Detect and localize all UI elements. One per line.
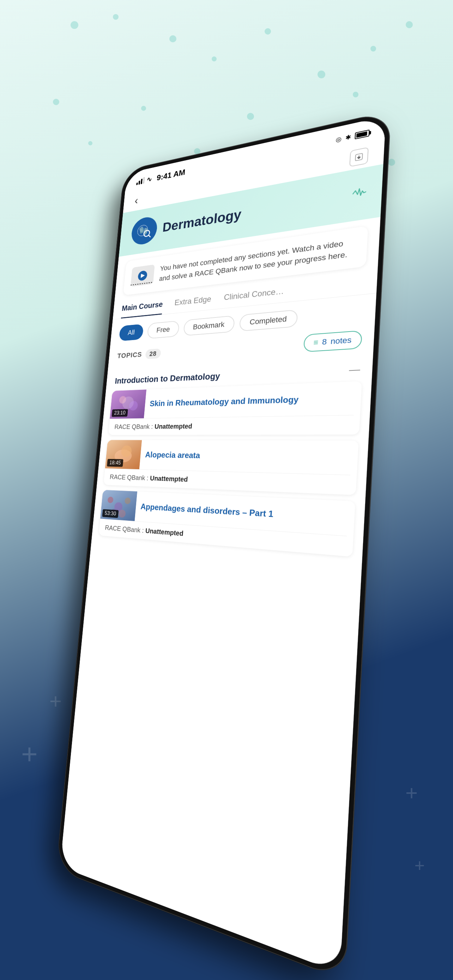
course-items-list: 23:10 Skin in Rheumatology and Immunolog… bbox=[92, 381, 372, 557]
status-right: ◎ ✱ bbox=[335, 129, 370, 143]
filter-bookmark[interactable]: Bookmark bbox=[183, 315, 235, 336]
qbank-label-3: RACE QBank : bbox=[105, 524, 144, 534]
status-time: 9:41 AM bbox=[156, 167, 186, 182]
qbank-label-1: RACE QBank : bbox=[114, 423, 153, 430]
duration-3: 53:30 bbox=[102, 509, 119, 518]
item-thumbnail-1: 23:10 bbox=[110, 390, 146, 419]
notes-count: 8 bbox=[322, 337, 327, 347]
topics-count: 28 bbox=[145, 348, 161, 359]
section-title: Introduction to Dermatology bbox=[114, 371, 221, 386]
battery-icon bbox=[354, 129, 370, 139]
course-icon: 🧤 bbox=[130, 215, 158, 246]
course-title: Dermatology bbox=[162, 207, 242, 235]
course-item-3[interactable]: 53:30 Appendages and disorders – Part 1 … bbox=[99, 490, 356, 557]
item-title-1: Skin in Rheumatology and Immunology bbox=[149, 392, 361, 409]
phone-device: ∿ 9:41 AM ◎ ✱ ‹ bbox=[56, 111, 391, 980]
bluetooth-icon: ✱ bbox=[345, 133, 351, 142]
progress-video-thumb bbox=[130, 264, 155, 287]
qbank-status-3: Unattempted bbox=[145, 527, 183, 538]
filter-all[interactable]: All bbox=[119, 324, 144, 341]
item-thumbnail-3: 53:30 bbox=[100, 490, 137, 521]
duration-1: 23:10 bbox=[111, 409, 128, 417]
back-button[interactable]: ‹ bbox=[134, 194, 139, 207]
filter-free[interactable]: Free bbox=[147, 321, 180, 339]
item-title-2: Alopecia areata bbox=[145, 450, 358, 464]
qbank-status-1: Unattempted bbox=[154, 423, 192, 430]
qbank-status-2: Unattempted bbox=[149, 474, 188, 483]
item-thumbnail-2: 18:45 bbox=[105, 440, 142, 469]
item-title-3: Appendages and disorders – Part 1 bbox=[140, 501, 354, 525]
brightness-icon: ◎ bbox=[335, 135, 342, 143]
audio-wave-icon bbox=[352, 186, 367, 203]
item-qbank-1: RACE QBank : Unattempted bbox=[108, 415, 360, 435]
collapse-button[interactable]: — bbox=[348, 363, 361, 376]
qbank-label-2: RACE QBank : bbox=[110, 473, 149, 482]
topics-text: TOPICS bbox=[117, 350, 143, 360]
wifi-icon: ∿ bbox=[146, 175, 152, 184]
svg-line-5 bbox=[148, 235, 150, 237]
topics-label: TOPICS 28 bbox=[117, 348, 161, 361]
notes-label: notes bbox=[330, 336, 352, 347]
notes-icon: ≡ bbox=[313, 337, 319, 347]
course-item-2[interactable]: 18:45 Alopecia areata RACE QBank : Unatt… bbox=[103, 440, 358, 495]
duration-2: 18:45 bbox=[107, 459, 124, 467]
signal-icon bbox=[136, 178, 145, 185]
filter-completed[interactable]: Completed bbox=[239, 309, 298, 332]
download-button[interactable] bbox=[349, 147, 369, 167]
